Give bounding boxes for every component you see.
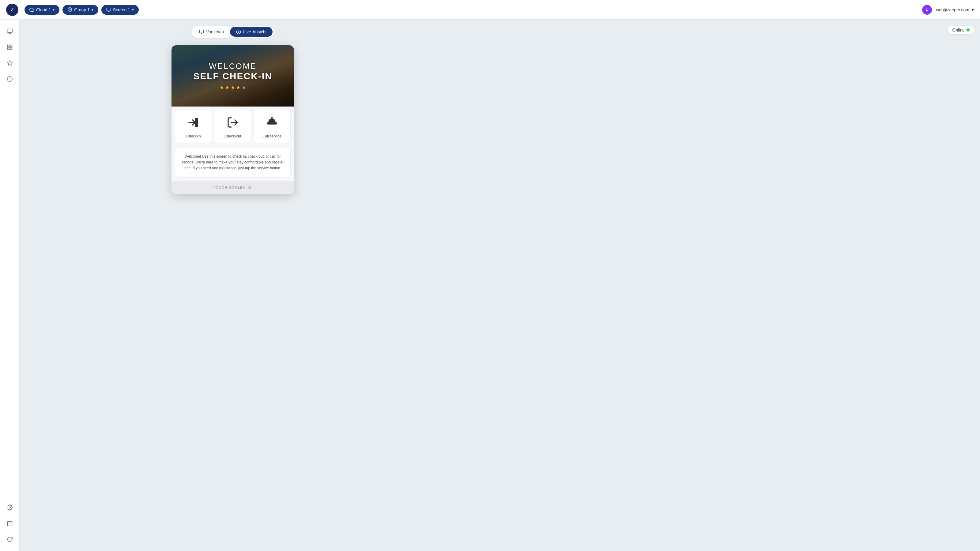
group-selector[interactable]: Group 1 ▾ — [62, 5, 98, 15]
main-content: Vorschau Live-Ansicht WELCOME SELF CHECK… — [20, 20, 446, 275]
chevron-down-icon: ▾ — [52, 8, 54, 12]
info-section: Welcome! Use this screen to check in, ch… — [172, 146, 294, 181]
sidebar-item-info[interactable] — [3, 72, 16, 86]
info-icon — [7, 76, 13, 82]
svg-marker-11 — [7, 60, 12, 65]
star-4: ★ — [236, 84, 240, 90]
svg-rect-4 — [7, 29, 12, 33]
screen-preview: WELCOME SELF CHECK-IN ★ ★ ★ ★ ★ — [172, 45, 294, 194]
checkin-label: Check-in — [186, 134, 200, 138]
banner-text: WELCOME SELF CHECK-IN ★ ★ ★ ★ ★ — [193, 62, 272, 90]
svg-rect-10 — [10, 48, 12, 49]
touch-footer: TOUCH SCREEN ⊙ — [172, 181, 294, 194]
chevron-down-icon: ▾ — [92, 8, 94, 12]
cloud-icon — [29, 7, 34, 12]
view-toggle: Vorschau Live-Ansicht — [192, 26, 274, 38]
svg-rect-20 — [199, 30, 204, 33]
monitor-icon — [7, 28, 13, 34]
banner-checkin: SELF CHECK-IN — [193, 71, 272, 81]
cards-section: Check-in Check-out — [172, 106, 294, 146]
touch-icon: ⊙ — [248, 185, 252, 190]
chevron-down-icon: ▾ — [132, 8, 134, 12]
checkout-label: Check-out — [224, 134, 241, 138]
sidebar-item-monitor[interactable] — [3, 24, 16, 38]
preview-button[interactable]: Vorschau — [193, 27, 230, 37]
checkout-card[interactable]: Check-out — [215, 110, 251, 143]
star-rating: ★ ★ ★ ★ ★ — [193, 84, 272, 90]
cloud-selector[interactable]: Cloud 1 ▾ — [24, 5, 59, 15]
callservice-card[interactable]: Call service — [254, 110, 290, 143]
svg-point-24 — [238, 31, 239, 32]
svg-rect-9 — [7, 48, 9, 49]
location-icon — [67, 7, 72, 12]
screen-icon — [106, 7, 111, 12]
bell-icon — [266, 116, 278, 131]
checkout-icon — [227, 116, 239, 131]
topbar: Z Cloud 1 ▾ Group 1 ▾ Screen 1 ▾ U user@… — [0, 0, 446, 20]
grid-icon — [7, 44, 13, 50]
hotel-banner: WELCOME SELF CHECK-IN ★ ★ ★ ★ ★ — [172, 45, 294, 106]
live-icon — [236, 29, 241, 34]
star-2: ★ — [225, 84, 229, 90]
callservice-label: Call service — [262, 134, 282, 138]
svg-rect-1 — [107, 8, 111, 11]
star-5: ★ — [242, 84, 246, 90]
live-view-button[interactable]: Live-Ansicht — [230, 27, 272, 37]
checkin-card[interactable]: Check-in — [175, 110, 212, 143]
banner-welcome: WELCOME — [193, 62, 272, 71]
info-text: Welcome! Use this screen to check in, ch… — [180, 154, 285, 171]
sidebar-item-favorites[interactable] — [3, 56, 16, 70]
svg-rect-27 — [271, 117, 273, 118]
star-icon — [7, 60, 13, 66]
star-3: ★ — [231, 84, 235, 90]
checkin-icon — [188, 116, 200, 131]
svg-rect-8 — [10, 45, 12, 47]
svg-rect-7 — [7, 45, 9, 47]
star-1: ★ — [220, 84, 224, 90]
sidebar — [0, 20, 20, 275]
screen-selector[interactable]: Screen 1 ▾ — [101, 5, 139, 15]
touch-label: TOUCH SCREEN — [213, 186, 246, 189]
info-box: Welcome! Use this screen to check in, ch… — [175, 148, 290, 177]
sidebar-item-grid[interactable] — [3, 40, 16, 54]
preview-icon — [199, 29, 204, 34]
logo-button[interactable]: Z — [6, 4, 18, 16]
svg-point-0 — [69, 9, 70, 10]
svg-point-23 — [236, 30, 240, 34]
